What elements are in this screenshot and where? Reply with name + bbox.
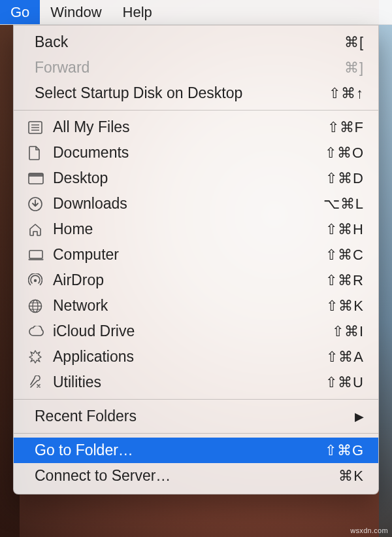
menu-item-label: All My Files — [52, 118, 327, 136]
menu-item-connect-to-server[interactable]: Connect to Server… ⌘K — [14, 463, 378, 489]
menu-item-icloud-drive[interactable]: iCloud Drive ⇧⌘I — [14, 319, 378, 344]
menu-item-shortcut: ⇧⌘R — [325, 272, 364, 289]
menu-item-network[interactable]: Network ⇧⌘K — [14, 293, 378, 319]
menu-item-airdrop[interactable]: AirDrop ⇧⌘R — [14, 268, 378, 293]
menu-item-forward: Forward ⌘] — [14, 55, 378, 80]
airdrop-icon — [28, 272, 48, 289]
menu-item-shortcut: ⇧⌘↑ — [329, 85, 364, 102]
svg-point-9 — [34, 279, 37, 281]
menu-item-recent-folders[interactable]: Recent Folders ▶ — [14, 404, 378, 429]
menu-item-shortcut: ⇧⌘F — [327, 119, 364, 136]
menu-item-shortcut: ⇧⌘C — [325, 247, 364, 264]
menu-item-label: Connect to Server… — [33, 467, 338, 485]
menu-item-shortcut: ⇧⌘A — [326, 349, 364, 366]
menu-item-computer[interactable]: Computer ⇧⌘C — [14, 242, 378, 268]
menu-item-applications[interactable]: Applications ⇧⌘A — [14, 344, 378, 370]
network-icon — [28, 298, 48, 315]
menu-item-shortcut: ⌘K — [338, 468, 364, 485]
menu-item-all-my-files[interactable]: All My Files ⇧⌘F — [14, 114, 378, 140]
menu-item-documents[interactable]: Documents ⇧⌘O — [14, 140, 378, 165]
menu-item-label: Forward — [33, 59, 344, 77]
menubar-item-go[interactable]: Go — [0, 0, 40, 24]
menu-item-label: Network — [52, 297, 326, 315]
menu-separator — [14, 399, 378, 400]
menu-item-shortcut: ⇧⌘K — [326, 298, 364, 315]
menubar-item-window[interactable]: Window — [40, 0, 112, 24]
go-menu-dropdown: Back ⌘[ Forward ⌘] Select Startup Disk o… — [13, 25, 379, 494]
menu-item-shortcut: ⇧⌘U — [325, 374, 364, 391]
menu-item-label: Computer — [52, 246, 325, 264]
svg-rect-8 — [29, 258, 44, 260]
menu-item-desktop[interactable]: Desktop ⇧⌘D — [14, 165, 378, 191]
menu-item-shortcut: ⇧⌘I — [332, 323, 364, 340]
menu-item-label: Desktop — [52, 169, 325, 187]
menu-item-label: Home — [52, 220, 325, 238]
menu-item-label: Documents — [52, 144, 325, 162]
menu-item-shortcut: ⇧⌘O — [325, 145, 364, 162]
menu-item-shortcut: ⌥⌘L — [323, 196, 364, 213]
computer-icon — [28, 247, 48, 264]
desktop-icon — [28, 170, 48, 187]
svg-rect-7 — [29, 251, 42, 258]
menu-item-utilities[interactable]: Utilities ⇧⌘U — [14, 370, 378, 395]
menu-separator — [14, 433, 378, 434]
menu-item-shortcut: ⇧⌘H — [325, 221, 364, 238]
menu-item-shortcut: ⇧⌘D — [325, 170, 364, 187]
menu-item-shortcut: ⌘[ — [344, 34, 364, 51]
menu-item-back[interactable]: Back ⌘[ — [14, 29, 378, 55]
menubar: Go Window Help — [0, 0, 392, 25]
menu-item-label: Downloads — [52, 195, 323, 213]
icloud-icon — [28, 323, 48, 340]
menu-item-label: Go to Folder… — [33, 442, 325, 459]
documents-icon — [28, 145, 48, 162]
menu-item-shortcut: ⌘] — [344, 60, 364, 77]
all-my-files-icon — [28, 119, 48, 136]
menu-item-go-to-folder[interactable]: Go to Folder… ⇧⌘G — [14, 438, 378, 463]
menu-item-label: Applications — [52, 348, 326, 366]
applications-icon — [28, 349, 48, 366]
menu-separator — [14, 110, 378, 111]
menu-item-select-startup-disk[interactable]: Select Startup Disk on Desktop ⇧⌘↑ — [14, 80, 378, 106]
utilities-icon — [28, 374, 48, 391]
menu-item-label: Utilities — [52, 373, 325, 391]
menu-item-label: Back — [33, 33, 344, 51]
menu-item-label: Recent Folders — [33, 407, 355, 425]
menu-item-label: Select Startup Disk on Desktop — [33, 84, 329, 102]
menu-item-label: AirDrop — [52, 271, 325, 289]
menu-item-shortcut: ⇧⌘G — [325, 442, 364, 459]
svg-rect-5 — [29, 173, 43, 177]
home-icon — [28, 221, 48, 238]
menu-item-home[interactable]: Home ⇧⌘H — [14, 217, 378, 242]
downloads-icon — [28, 196, 48, 213]
menu-item-downloads[interactable]: Downloads ⌥⌘L — [14, 191, 378, 217]
menubar-item-help[interactable]: Help — [112, 0, 163, 24]
submenu-arrow-icon: ▶ — [355, 409, 364, 424]
watermark-text: wsxdn.com — [350, 527, 388, 534]
menu-item-label: iCloud Drive — [52, 322, 332, 340]
